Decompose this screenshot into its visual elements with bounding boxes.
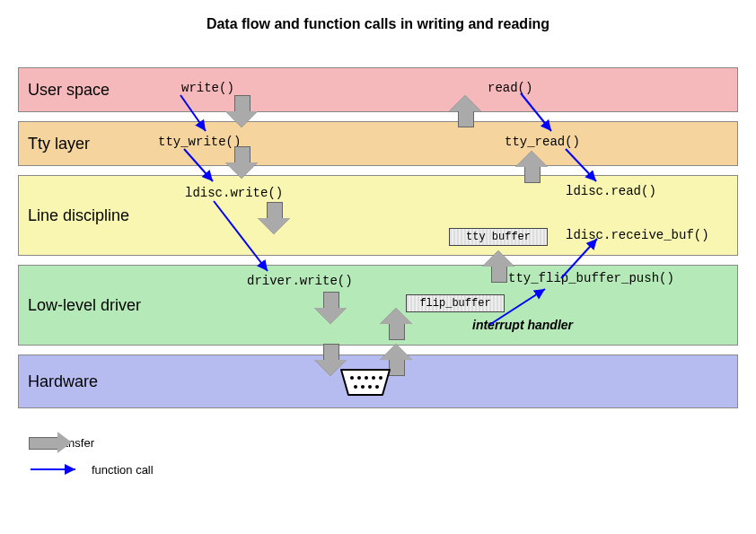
fcall-read-to-ttyread	[512, 90, 575, 139]
svg-line-0	[180, 95, 206, 131]
data-arrow-write-4	[314, 292, 347, 324]
svg-point-11	[379, 376, 382, 380]
fcall-ttyflip-to-ldiscrecv	[534, 233, 624, 287]
fcall-write-to-ttywrite	[175, 92, 229, 141]
fcall-ttyread-to-ldiscread	[557, 145, 620, 190]
legend: data transfer function call	[29, 429, 154, 483]
data-arrow-write-1	[225, 95, 258, 127]
layer-label: Tty layer	[28, 135, 90, 153]
legend-data-transfer-icon	[29, 432, 74, 453]
svg-point-13	[361, 385, 365, 389]
svg-point-7	[350, 376, 354, 380]
fcall-ttywrite-to-ldiscwrite	[175, 145, 238, 190]
svg-point-12	[354, 385, 357, 389]
svg-line-2	[214, 201, 268, 271]
layer-label: Line discipline	[28, 206, 129, 225]
svg-point-14	[368, 385, 372, 389]
svg-point-8	[357, 376, 361, 380]
data-arrow-read-5	[449, 95, 481, 127]
svg-line-4	[566, 149, 596, 181]
data-arrow-read-4	[515, 151, 548, 183]
legend-function-call-icon	[29, 462, 83, 477]
fcall-ihandler-to-ttyflip	[455, 287, 563, 332]
serial-port-icon	[334, 366, 397, 398]
svg-line-5	[561, 239, 597, 278]
layer-label: Hardware	[28, 372, 98, 391]
svg-point-9	[365, 376, 368, 380]
data-arrow-read-3	[482, 250, 514, 283]
diagram-title: Data flow and function calls in writing …	[0, 16, 756, 32]
svg-line-1	[184, 149, 213, 181]
legend-function-call-label: function call	[92, 463, 154, 477]
layer-tty: Tty layer	[18, 121, 738, 166]
data-arrow-read-2	[380, 308, 412, 340]
svg-line-3	[521, 93, 551, 131]
svg-line-6	[489, 289, 545, 325]
layer-user-space: User space	[18, 67, 738, 112]
fcall-ldiscwrite-to-driverwrite	[207, 197, 287, 278]
layer-label: User space	[28, 81, 110, 100]
tty-buffer-box: tty buffer	[449, 228, 548, 246]
svg-point-15	[375, 385, 379, 389]
layer-label: Low-level driver	[28, 296, 141, 315]
svg-point-10	[372, 376, 375, 380]
